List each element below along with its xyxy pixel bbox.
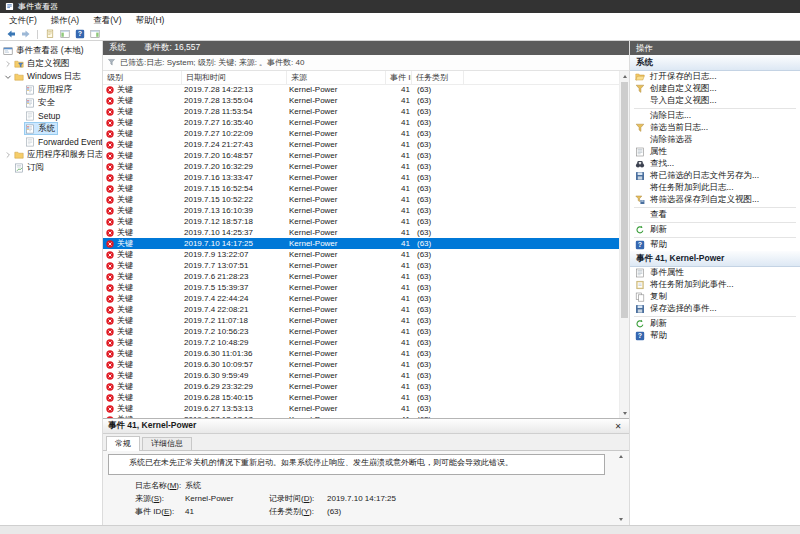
action-import-custom-view[interactable]: 导入自定义视图... bbox=[630, 95, 800, 107]
menu-bar: 文件(F)操作(A)查看(V)帮助(H) bbox=[0, 13, 800, 28]
event-row[interactable]: 关键2019.7.4 22:44:24Kernel-Power41(63) bbox=[103, 293, 619, 304]
toolbar-forward-button[interactable] bbox=[19, 29, 32, 40]
scrollbar-up-button[interactable] bbox=[620, 71, 629, 81]
level-cell: 关键 bbox=[103, 106, 182, 117]
tree-item-custom-views[interactable]: 自定义视图 bbox=[0, 57, 102, 70]
level-label: 关键 bbox=[117, 117, 133, 128]
tree-item-system[interactable]: 系统 bbox=[0, 122, 102, 135]
action-properties[interactable]: 属性 bbox=[630, 146, 800, 158]
event-row[interactable]: 关键2019.7.12 18:57:18Kernel-Power41(63) bbox=[103, 216, 619, 227]
action-create-custom-view[interactable]: 创建自定义视图... bbox=[630, 83, 800, 95]
menu-action[interactable]: 操作(A) bbox=[44, 13, 86, 28]
event-row[interactable]: 关键2019.7.28 14:22:13Kernel-Power41(63) bbox=[103, 84, 619, 95]
event-row[interactable]: 关键2019.7.15 10:52:22Kernel-Power41(63) bbox=[103, 194, 619, 205]
event-row[interactable]: 关键2019.6.27 13:53:13Kernel-Power41(63) bbox=[103, 403, 619, 414]
action-save-filter-to-custom-view[interactable]: 将筛选器保存到自定义视图... bbox=[630, 194, 800, 206]
action-attach-task-to-event[interactable]: 将任务附加到此事件... bbox=[630, 279, 800, 291]
toolbar-back-button[interactable] bbox=[4, 29, 17, 40]
event-row[interactable]: 关键2019.7.2 10:48:29Kernel-Power41(63) bbox=[103, 337, 619, 348]
column-header-event-id[interactable]: 事件 ID bbox=[386, 71, 412, 84]
tree-item-apps-services-logs[interactable]: 应用程序和服务日志 bbox=[0, 148, 102, 161]
actions-section-header-1[interactable]: 系统 bbox=[630, 55, 800, 71]
column-header-datetime[interactable]: 日期和时间 bbox=[182, 71, 287, 84]
event-row[interactable]: 关键2019.7.5 15:39:37Kernel-Power41(63) bbox=[103, 282, 619, 293]
column-header-task-category[interactable]: 任务类别 bbox=[412, 71, 464, 84]
event-row[interactable]: 关键2019.7.27 10:22:09Kernel-Power41(63) bbox=[103, 128, 619, 139]
event-row[interactable]: 关键2019.7.7 13:07:51Kernel-Power41(63) bbox=[103, 260, 619, 271]
event-row[interactable]: 关键2019.6.30 9:59:49Kernel-Power41(63) bbox=[103, 370, 619, 381]
copy-icon bbox=[635, 292, 646, 302]
expander-icon[interactable] bbox=[3, 59, 13, 69]
event-row[interactable]: 关键2019.6.28 15:40:15Kernel-Power41(63) bbox=[103, 392, 619, 403]
action-view[interactable]: 查看 bbox=[630, 209, 800, 221]
detail-scroll-down-button[interactable] bbox=[619, 518, 623, 521]
event-row[interactable]: 关键2019.7.2 11:07:18Kernel-Power41(63) bbox=[103, 315, 619, 326]
tree-item-security[interactable]: 安全 bbox=[0, 96, 102, 109]
date-cell: 2019.6.28 15:40:15 bbox=[182, 393, 287, 402]
event-row[interactable]: 关键2019.7.27 16:35:40Kernel-Power41(63) bbox=[103, 117, 619, 128]
filter-icon bbox=[635, 123, 646, 133]
event-row[interactable]: 关键2019.7.28 13:55:04Kernel-Power41(63) bbox=[103, 95, 619, 106]
expander-icon[interactable] bbox=[3, 150, 13, 160]
action-event-properties[interactable]: 事件属性 bbox=[630, 267, 800, 279]
event-row[interactable]: 关键2019.7.20 16:48:57Kernel-Power41(63) bbox=[103, 150, 619, 161]
event-row[interactable]: 关键2019.6.30 11:01:36Kernel-Power41(63) bbox=[103, 348, 619, 359]
actions-section-header-2[interactable]: 事件 41, Kernel-Power bbox=[630, 251, 800, 267]
tree-item-forwarded-events[interactable]: Forwarded Events bbox=[0, 135, 102, 148]
column-header-source[interactable]: 来源 bbox=[287, 71, 386, 84]
action-copy[interactable]: 复制 bbox=[630, 291, 800, 303]
event-row[interactable]: 关键2019.6.30 10:09:57Kernel-Power41(63) bbox=[103, 359, 619, 370]
menu-file[interactable]: 文件(F) bbox=[2, 13, 44, 28]
forward-icon bbox=[21, 29, 31, 39]
action-clear-log[interactable]: 清除日志... bbox=[630, 110, 800, 122]
event-row[interactable]: 关键2019.7.15 16:52:54Kernel-Power41(63) bbox=[103, 183, 619, 194]
action-open-saved-log[interactable]: 打开保存的日志... bbox=[630, 71, 800, 83]
title-bar: 事件查看器 bbox=[0, 0, 800, 13]
event-row[interactable]: 关键2019.7.4 22:08:21Kernel-Power41(63) bbox=[103, 304, 619, 315]
action-save-filtered-log-as[interactable]: 将已筛选的日志文件另存为... bbox=[630, 170, 800, 182]
tab-general[interactable]: 常规 bbox=[106, 436, 140, 451]
event-row[interactable]: 关键2019.7.20 16:32:29Kernel-Power41(63) bbox=[103, 161, 619, 172]
console-icon bbox=[3, 46, 14, 56]
event-row[interactable]: 关键2019.7.16 13:33:47Kernel-Power41(63) bbox=[103, 172, 619, 183]
tree-item-root[interactable]: 事件查看器 (本地) bbox=[0, 44, 102, 57]
event-row[interactable]: 关键2019.6.29 23:32:29Kernel-Power41(63) bbox=[103, 381, 619, 392]
action-attach-task-to-log[interactable]: 将任务附加到此日志... bbox=[630, 182, 800, 194]
tree-item-subscriptions[interactable]: 订阅 bbox=[0, 161, 102, 174]
action-help-event[interactable]: ?帮助 bbox=[630, 330, 800, 342]
action-refresh-event[interactable]: 刷新 bbox=[630, 318, 800, 330]
menu-view[interactable]: 查看(V) bbox=[86, 13, 128, 28]
action-save-selected-events[interactable]: 保存选择的事件... bbox=[630, 303, 800, 315]
event-row[interactable]: 关键2019.7.9 13:22:07Kernel-Power41(63) bbox=[103, 249, 619, 260]
event-row[interactable]: 关键2019.7.6 21:28:23Kernel-Power41(63) bbox=[103, 271, 619, 282]
event-row[interactable]: 关键2019.7.10 14:25:37Kernel-Power41(63) bbox=[103, 227, 619, 238]
event-row[interactable]: 关键2019.7.13 16:10:39Kernel-Power41(63) bbox=[103, 205, 619, 216]
toolbar-export-log-button[interactable] bbox=[43, 29, 56, 40]
action-help[interactable]: ?帮助 bbox=[630, 239, 800, 251]
action-clear-filter[interactable]: 清除筛选器 bbox=[630, 134, 800, 146]
event-row[interactable]: 关键2019.7.24 21:27:43Kernel-Power41(63) bbox=[103, 139, 619, 150]
toolbar-action-pane-button[interactable] bbox=[88, 29, 101, 40]
list-scrollbar[interactable] bbox=[619, 71, 629, 418]
expander-icon[interactable] bbox=[3, 72, 13, 82]
window-title: 事件查看器 bbox=[18, 1, 58, 12]
column-header-level[interactable]: 级别 bbox=[103, 71, 182, 84]
action-refresh[interactable]: 刷新 bbox=[630, 224, 800, 236]
menu-help[interactable]: 帮助(H) bbox=[129, 13, 172, 28]
close-preview-button[interactable]: ✕ bbox=[612, 422, 624, 431]
tree-item-windows-logs[interactable]: Windows 日志 bbox=[0, 70, 102, 83]
toolbar-help-button[interactable]: ? bbox=[73, 29, 86, 40]
event-row[interactable]: 关键2019.7.10 14:17:25Kernel-Power41(63) bbox=[103, 238, 619, 249]
tree-item-application[interactable]: 应用程序 bbox=[0, 83, 102, 96]
tree-item-setup[interactable]: Setup bbox=[0, 109, 102, 122]
toolbar-console-tree-button[interactable] bbox=[58, 29, 71, 40]
event-row[interactable]: 关键2019.7.2 10:56:23Kernel-Power41(63) bbox=[103, 326, 619, 337]
scrollbar-down-button[interactable] bbox=[620, 408, 629, 418]
action-filter-current-log[interactable]: 筛选当前日志... bbox=[630, 122, 800, 134]
tab-details[interactable]: 详细信息 bbox=[142, 437, 192, 450]
svg-text:?: ? bbox=[638, 241, 642, 248]
detail-scroll-up-button[interactable] bbox=[619, 455, 623, 458]
scrollbar-thumb[interactable] bbox=[621, 82, 628, 318]
event-row[interactable]: 关键2019.7.28 11:53:54Kernel-Power41(63) bbox=[103, 106, 619, 117]
action-find[interactable]: 查找... bbox=[630, 158, 800, 170]
